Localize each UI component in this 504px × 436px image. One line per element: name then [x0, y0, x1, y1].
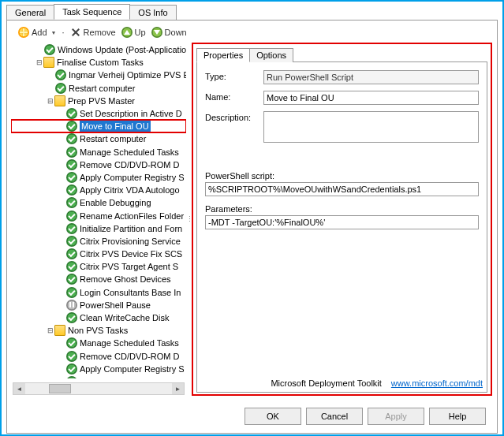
tree-item[interactable]: ⊟Prep PVS Master — [11, 95, 186, 107]
type-label: Type: — [205, 70, 263, 81]
up-label: Up — [135, 28, 146, 37]
tree-item[interactable]: Apply Citrix VDA Autologo — [11, 184, 186, 196]
check-icon — [66, 121, 77, 132]
arrow-down-icon — [151, 27, 162, 38]
task-tree[interactable]: Windows Update (Post-Application ⊟Finali… — [7, 43, 187, 396]
add-label: Add — [32, 28, 47, 37]
name-label: Name: — [205, 91, 263, 102]
check-icon — [66, 147, 77, 158]
folder-icon — [43, 57, 54, 68]
check-icon — [66, 133, 77, 144]
check-icon — [66, 312, 77, 323]
check-icon — [66, 108, 77, 119]
tree-item[interactable]: Rename ActionFiles Folder — [11, 209, 186, 222]
ok-button[interactable]: OK — [245, 408, 301, 425]
check-icon — [55, 69, 66, 80]
remove-label: Remove — [84, 28, 116, 37]
mdt-label: Microsoft Deployment Toolkit — [271, 378, 381, 388]
down-label: Down — [165, 28, 187, 37]
check-icon — [66, 223, 77, 234]
tab-properties[interactable]: Properties — [196, 48, 250, 62]
description-label: Description: — [205, 111, 263, 122]
description-field[interactable] — [263, 111, 479, 143]
check-icon — [66, 287, 77, 298]
script-field[interactable] — [205, 182, 479, 196]
tree-item[interactable]: Set Description in Active D — [11, 107, 186, 120]
parameters-field[interactable] — [205, 215, 479, 229]
tree-item[interactable]: PowerShell Pause — [11, 299, 186, 311]
horizontal-scrollbar[interactable]: ◄ ► — [13, 382, 185, 395]
folder-icon — [54, 325, 65, 336]
check-icon — [66, 236, 77, 247]
check-icon — [66, 172, 77, 183]
x-icon — [70, 27, 81, 38]
tree-item[interactable]: Apply Computer Registry S — [11, 171, 186, 184]
help-button[interactable]: Help — [429, 408, 486, 425]
check-icon — [66, 351, 77, 362]
tree-item[interactable]: Remove Ghost Devices — [11, 273, 186, 285]
tree-item[interactable]: Citrix PVS Target Agent S — [11, 260, 186, 273]
tab-label: General — [15, 8, 46, 17]
script-label: PowerShell script: — [205, 171, 479, 181]
check-icon — [66, 261, 77, 272]
check-icon — [44, 44, 55, 55]
tree-item-selected[interactable]: Move to Final OU — [11, 120, 186, 132]
check-icon — [66, 159, 77, 170]
tree-item[interactable]: Citrix Provisioning Service — [11, 235, 186, 248]
check-icon — [66, 363, 77, 375]
expander-icon[interactable]: ⊟ — [46, 95, 54, 107]
expander-icon[interactable]: ⊟ — [35, 56, 43, 69]
mdt-link[interactable]: www.microsoft.com/mdt — [391, 378, 483, 388]
expander-icon[interactable]: ⊟ — [46, 324, 54, 337]
arrow-up-icon — [121, 27, 133, 38]
pause-icon — [66, 300, 77, 311]
tree-item[interactable]: Clean WriteCache Disk — [11, 311, 186, 324]
tree-item[interactable]: Enable Debugging — [11, 196, 186, 209]
check-icon — [66, 376, 77, 378]
tree-item[interactable]: Restart computer — [11, 82, 186, 95]
tree-item[interactable]: Manage Scheduled Tasks — [11, 146, 186, 158]
tree-item[interactable]: Apply Computer Registry S — [11, 363, 186, 375]
parameters-label: Parameters: — [205, 204, 479, 214]
check-icon — [66, 184, 77, 196]
tab-task-sequence[interactable]: Task Sequence — [54, 4, 130, 20]
check-icon — [66, 274, 77, 285]
check-icon — [66, 248, 77, 259]
tree-item[interactable]: ⊟Non PVS Tasks — [11, 324, 186, 337]
chevron-down-icon: ▼ — [51, 30, 57, 35]
add-button[interactable]: Add▼ — [18, 27, 57, 38]
tree-item[interactable]: Initialize Partition and Forn — [11, 222, 186, 235]
tab-options[interactable]: Options — [249, 48, 293, 62]
tab-label: Task Sequence — [62, 7, 121, 17]
tree-item[interactable]: Set Description in Active D — [11, 375, 186, 378]
check-icon — [66, 197, 77, 208]
check-icon — [66, 337, 77, 348]
tree-item[interactable]: Remove CD/DVD-ROM D — [11, 158, 186, 171]
check-icon — [55, 83, 66, 94]
down-button[interactable]: Down — [151, 27, 187, 38]
name-field[interactable] — [263, 91, 479, 105]
tree-item[interactable]: ⊟Finalise Custom Tasks — [11, 56, 186, 69]
tab-label: OS Info — [138, 8, 167, 17]
folder-icon — [54, 95, 65, 106]
tree-item[interactable]: Citrix PVS Device Fix SCS — [11, 248, 186, 260]
tree-item[interactable]: Manage Scheduled Tasks — [11, 337, 186, 349]
tree-item[interactable]: Windows Update (Post-Application — [11, 43, 186, 56]
apply-button[interactable]: Apply — [368, 408, 424, 425]
type-field — [263, 70, 479, 84]
check-icon — [66, 211, 77, 222]
cancel-button[interactable]: Cancel — [306, 408, 363, 425]
tree-item[interactable]: Restart computer — [11, 132, 186, 145]
tree-item[interactable]: Remove CD/DVD-ROM D — [11, 350, 186, 363]
scroll-thumb[interactable] — [49, 384, 71, 393]
tree-item[interactable]: Ingmar Verheij Optimize PVS E — [11, 69, 186, 81]
remove-button[interactable]: Remove — [70, 27, 116, 38]
tree-item[interactable]: Login Consultants Base In — [11, 286, 186, 299]
scroll-right-icon[interactable]: ► — [172, 383, 184, 394]
scroll-left-icon[interactable]: ◄ — [13, 383, 25, 394]
plus-icon — [18, 27, 29, 38]
up-button[interactable]: Up — [121, 27, 146, 38]
tab-general[interactable]: General — [6, 5, 54, 20]
tab-os-info[interactable]: OS Info — [129, 5, 176, 20]
